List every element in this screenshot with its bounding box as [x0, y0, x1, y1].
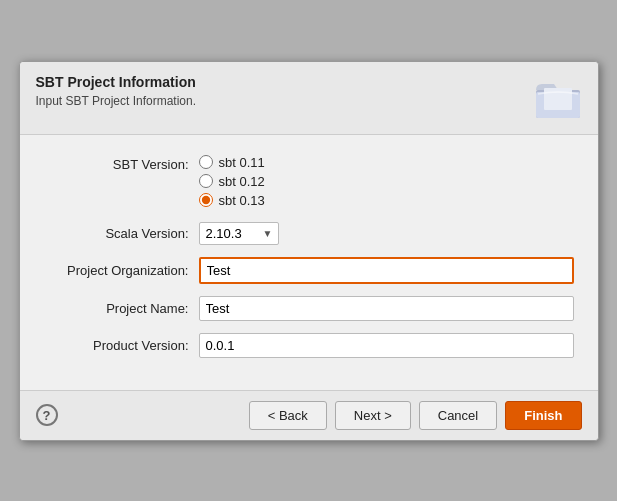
dialog: SBT Project Information Input SBT Projec… — [19, 61, 599, 441]
sbt-012-radio[interactable] — [199, 174, 213, 188]
sbt-011-radio[interactable] — [199, 155, 213, 169]
finish-button[interactable]: Finish — [505, 401, 581, 430]
project-name-row: Project Name: — [44, 296, 574, 321]
sbt-012-label: sbt 0.12 — [219, 174, 265, 189]
sbt-013-label: sbt 0.13 — [219, 193, 265, 208]
sbt-012-radio-label[interactable]: sbt 0.12 — [199, 174, 574, 189]
dialog-header: SBT Project Information Input SBT Projec… — [20, 62, 598, 135]
sbt-013-radio[interactable] — [199, 193, 213, 207]
dialog-subtitle: Input SBT Project Information. — [36, 94, 197, 108]
scala-version-row: Scala Version: 2.10.3 2.11.0 2.9.3 ▼ — [44, 222, 574, 245]
project-organization-input[interactable] — [199, 257, 574, 284]
product-version-field — [199, 333, 574, 358]
dialog-footer: ? < Back Next > Cancel Finish — [20, 390, 598, 440]
sbt-011-label: sbt 0.11 — [219, 155, 265, 170]
sbt-version-radio-group: sbt 0.11 sbt 0.12 sbt 0.13 — [199, 155, 574, 208]
scala-version-select-wrapper: 2.10.3 2.11.0 2.9.3 ▼ — [199, 222, 279, 245]
folder-icon — [534, 74, 582, 122]
sbt-version-row: SBT Version: sbt 0.11 sbt 0.12 sbt 0.13 — [44, 155, 574, 208]
product-version-row: Product Version: — [44, 333, 574, 358]
footer-buttons: < Back Next > Cancel Finish — [249, 401, 582, 430]
header-text: SBT Project Information Input SBT Projec… — [36, 74, 197, 108]
project-organization-label: Project Organization: — [44, 263, 199, 278]
next-button[interactable]: Next > — [335, 401, 411, 430]
product-version-label: Product Version: — [44, 338, 199, 353]
project-name-input[interactable] — [199, 296, 574, 321]
product-version-input[interactable] — [199, 333, 574, 358]
scala-version-field: 2.10.3 2.11.0 2.9.3 ▼ — [199, 222, 574, 245]
footer-left: ? — [36, 404, 58, 426]
back-button[interactable]: < Back — [249, 401, 327, 430]
cancel-button[interactable]: Cancel — [419, 401, 497, 430]
project-organization-field — [199, 257, 574, 284]
sbt-011-radio-label[interactable]: sbt 0.11 — [199, 155, 574, 170]
scala-version-select[interactable]: 2.10.3 2.11.0 2.9.3 — [199, 222, 279, 245]
sbt-013-radio-label[interactable]: sbt 0.13 — [199, 193, 574, 208]
help-icon[interactable]: ? — [36, 404, 58, 426]
project-name-field — [199, 296, 574, 321]
project-name-label: Project Name: — [44, 301, 199, 316]
dialog-title: SBT Project Information — [36, 74, 197, 90]
sbt-version-label: SBT Version: — [44, 155, 199, 172]
scala-version-label: Scala Version: — [44, 226, 199, 241]
project-organization-row: Project Organization: — [44, 257, 574, 284]
dialog-body: SBT Version: sbt 0.11 sbt 0.12 sbt 0.13 … — [20, 135, 598, 390]
